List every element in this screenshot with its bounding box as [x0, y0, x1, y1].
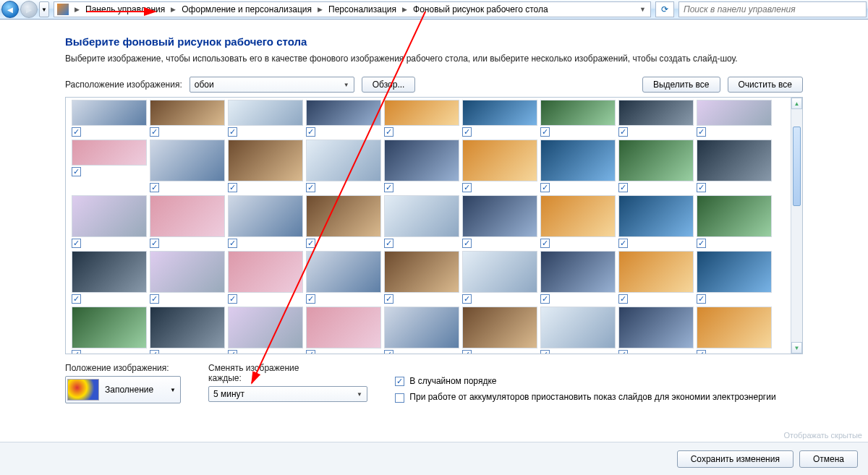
wallpaper-item[interactable] [697, 251, 772, 304]
wallpaper-thumbnail[interactable] [228, 307, 303, 348]
wallpaper-thumbnail[interactable] [306, 307, 381, 348]
wallpaper-item[interactable] [618, 140, 694, 192]
wallpaper-item[interactable] [228, 140, 303, 192]
wallpaper-checkbox[interactable] [697, 183, 706, 192]
breadcrumb-item[interactable]: Фоновый рисунок рабочего стола [409, 2, 553, 17]
wallpaper-item[interactable] [150, 140, 225, 192]
wallpaper-checkbox[interactable] [150, 127, 159, 137]
wallpaper-thumbnail[interactable] [697, 251, 772, 293]
wallpaper-checkbox[interactable] [72, 239, 81, 248]
wallpaper-thumbnail[interactable] [697, 140, 772, 181]
wallpaper-checkbox[interactable] [697, 350, 706, 354]
wallpaper-checkbox[interactable] [384, 239, 393, 248]
wallpaper-thumbnail[interactable] [384, 251, 459, 293]
wallpaper-thumbnail[interactable] [540, 195, 616, 237]
wallpaper-checkbox[interactable] [228, 183, 237, 192]
back-button[interactable]: ◄ [1, 1, 19, 18]
wallpaper-item[interactable] [384, 251, 459, 304]
wallpaper-thumbnail[interactable] [150, 195, 225, 237]
wallpaper-checkbox[interactable] [72, 350, 81, 354]
wallpaper-checkbox[interactable] [540, 239, 550, 248]
select-all-button[interactable]: Выделить все [642, 77, 720, 93]
wallpaper-thumbnail[interactable] [384, 100, 459, 126]
wallpaper-item[interactable] [540, 195, 616, 248]
wallpaper-thumbnail[interactable] [384, 307, 459, 348]
wallpaper-checkbox[interactable] [150, 350, 159, 354]
wallpaper-item[interactable] [697, 195, 772, 248]
wallpaper-thumbnail[interactable] [306, 140, 381, 181]
wallpaper-checkbox[interactable] [697, 239, 706, 248]
wallpaper-item[interactable] [228, 195, 303, 248]
wallpaper-checkbox[interactable] [306, 183, 315, 192]
wallpaper-checkbox[interactable] [228, 350, 237, 354]
wallpaper-thumbnail[interactable] [618, 195, 694, 237]
wallpaper-item[interactable] [150, 307, 225, 354]
wallpaper-thumbnail[interactable] [462, 307, 537, 348]
wallpaper-thumbnail[interactable] [697, 195, 772, 237]
wallpaper-item[interactable] [618, 251, 694, 304]
wallpaper-checkbox[interactable] [618, 350, 628, 354]
wallpaper-checkbox[interactable] [697, 294, 706, 304]
wallpaper-thumbnail[interactable] [462, 140, 537, 181]
wallpaper-item[interactable] [540, 140, 616, 192]
wallpaper-checkbox[interactable] [306, 239, 315, 248]
wallpaper-checkbox[interactable] [306, 127, 315, 137]
wallpaper-item[interactable] [462, 251, 537, 304]
wallpaper-checkbox[interactable] [540, 183, 550, 192]
scroll-up-button[interactable]: ▲ [791, 98, 802, 109]
breadcrumb-bar[interactable]: ▶ Панель управления ▶ Оформление и персо… [54, 1, 651, 17]
wallpaper-checkbox[interactable] [384, 127, 393, 137]
battery-checkbox-row[interactable]: При работе от аккумуляторов приостановит… [395, 392, 776, 402]
wallpaper-checkbox[interactable] [72, 294, 81, 304]
wallpaper-item[interactable] [618, 100, 694, 137]
wallpaper-item[interactable] [618, 195, 694, 248]
wallpaper-thumbnail[interactable] [462, 251, 537, 293]
wallpaper-thumbnail[interactable] [618, 251, 694, 293]
wallpaper-checkbox[interactable] [150, 294, 159, 304]
wallpaper-thumbnail[interactable] [462, 195, 537, 237]
gallery-scrollbar[interactable]: ▲ ▼ [791, 98, 802, 354]
chevron-down-icon[interactable]: ▼ [638, 6, 647, 13]
wallpaper-item[interactable] [306, 140, 381, 192]
wallpaper-thumbnail[interactable] [540, 100, 616, 126]
wallpaper-item[interactable] [72, 195, 147, 248]
wallpaper-checkbox[interactable] [618, 239, 628, 248]
wallpaper-item[interactable] [150, 100, 225, 137]
search-box[interactable] [678, 1, 867, 17]
wallpaper-thumbnail[interactable] [540, 140, 616, 181]
wallpaper-item[interactable] [150, 195, 225, 248]
wallpaper-item[interactable] [228, 307, 303, 354]
breadcrumb-item[interactable]: Оформление и персонализация [177, 2, 316, 17]
wallpaper-checkbox[interactable] [72, 127, 81, 137]
wallpaper-item[interactable] [306, 251, 381, 304]
wallpaper-item[interactable] [462, 195, 537, 248]
wallpaper-thumbnail[interactable] [697, 100, 772, 126]
wallpaper-item[interactable] [72, 251, 147, 304]
wallpaper-thumbnail[interactable] [306, 195, 381, 237]
wallpaper-checkbox[interactable] [462, 127, 472, 137]
browse-button[interactable]: Обзор... [362, 77, 416, 93]
wallpaper-checkbox[interactable] [384, 350, 393, 354]
image-location-combo[interactable]: обои ▼ [190, 77, 354, 93]
wallpaper-thumbnail[interactable] [384, 195, 459, 237]
scroll-down-button[interactable]: ▼ [791, 342, 802, 354]
wallpaper-checkbox[interactable] [540, 127, 550, 137]
wallpaper-item[interactable] [72, 100, 147, 137]
wallpaper-item[interactable] [228, 251, 303, 304]
wallpaper-checkbox[interactable] [228, 239, 237, 248]
wallpaper-checkbox[interactable] [540, 350, 550, 354]
wallpaper-checkbox[interactable] [384, 183, 393, 192]
wallpaper-item[interactable] [306, 100, 381, 137]
wallpaper-thumbnail[interactable] [150, 140, 225, 181]
wallpaper-item[interactable] [697, 100, 772, 137]
save-button[interactable]: Сохранить изменения [677, 450, 793, 468]
forward-button[interactable]: ► [20, 1, 38, 18]
wallpaper-item[interactable] [540, 251, 616, 304]
wallpaper-item[interactable] [72, 307, 147, 354]
wallpaper-thumbnail[interactable] [150, 307, 225, 348]
wallpaper-checkbox[interactable] [618, 127, 628, 137]
wallpaper-item[interactable] [540, 100, 616, 137]
picture-position-combo[interactable]: Заполнение ▼ [65, 376, 181, 403]
wallpaper-thumbnail[interactable] [72, 307, 147, 348]
wallpaper-item[interactable] [462, 307, 537, 354]
